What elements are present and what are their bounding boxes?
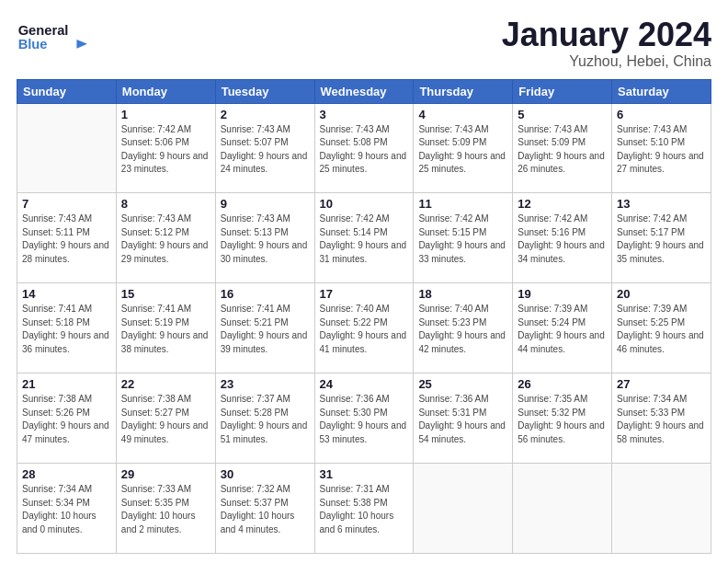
col-monday: Monday <box>116 79 215 103</box>
day-number: 15 <box>121 287 210 301</box>
day-number: 1 <box>121 108 210 121</box>
day-number: 7 <box>22 197 111 211</box>
day-number: 28 <box>22 467 111 481</box>
day-info: Sunrise: 7:37 AM Sunset: 5:28 PM Dayligh… <box>221 393 310 446</box>
calendar-cell-w3-d0: 21Sunrise: 7:38 AM Sunset: 5:26 PM Dayli… <box>17 373 117 464</box>
day-info: Sunrise: 7:43 AM Sunset: 5:08 PM Dayligh… <box>320 123 409 177</box>
day-number: 12 <box>518 197 607 211</box>
calendar-week-3: 21Sunrise: 7:38 AM Sunset: 5:26 PM Dayli… <box>17 373 711 464</box>
calendar-cell-w1-d1: 8Sunrise: 7:43 AM Sunset: 5:12 PM Daylig… <box>116 193 215 283</box>
day-number: 17 <box>320 287 409 301</box>
svg-text:General: General <box>18 23 69 38</box>
col-sunday: Sunday <box>17 79 117 103</box>
calendar-cell-w1-d2: 9Sunrise: 7:43 AM Sunset: 5:13 PM Daylig… <box>215 193 314 283</box>
day-info: Sunrise: 7:43 AM Sunset: 5:10 PM Dayligh… <box>617 123 706 177</box>
day-number: 9 <box>221 197 310 211</box>
page: General Blue January 2024 Yuzhou, Hebei,… <box>0 0 728 563</box>
day-number: 23 <box>221 377 310 391</box>
calendar-cell-w0-d0 <box>17 103 117 193</box>
day-info: Sunrise: 7:31 AM Sunset: 5:38 PM Dayligh… <box>320 483 409 536</box>
calendar-cell-w1-d3: 10Sunrise: 7:42 AM Sunset: 5:14 PM Dayli… <box>314 193 414 283</box>
calendar-cell-w3-d1: 22Sunrise: 7:38 AM Sunset: 5:27 PM Dayli… <box>116 373 215 464</box>
title-block: January 2024 Yuzhou, Hebei, China <box>502 17 711 70</box>
day-info: Sunrise: 7:41 AM Sunset: 5:21 PM Dayligh… <box>221 303 310 356</box>
day-number: 10 <box>320 197 409 211</box>
svg-marker-2 <box>76 40 86 49</box>
calendar-cell-w2-d1: 15Sunrise: 7:41 AM Sunset: 5:19 PM Dayli… <box>116 283 215 373</box>
calendar-cell-w3-d2: 23Sunrise: 7:37 AM Sunset: 5:28 PM Dayli… <box>215 373 314 464</box>
day-info: Sunrise: 7:39 AM Sunset: 5:25 PM Dayligh… <box>617 303 706 356</box>
day-info: Sunrise: 7:39 AM Sunset: 5:24 PM Dayligh… <box>518 303 607 356</box>
calendar-table: Sunday Monday Tuesday Wednesday Thursday… <box>17 79 711 554</box>
day-info: Sunrise: 7:38 AM Sunset: 5:27 PM Dayligh… <box>121 393 210 446</box>
logo: General Blue <box>17 17 99 58</box>
calendar-cell-w1-d5: 12Sunrise: 7:42 AM Sunset: 5:16 PM Dayli… <box>513 193 612 283</box>
calendar-header-row: Sunday Monday Tuesday Wednesday Thursday… <box>17 79 711 103</box>
day-number: 22 <box>121 377 210 391</box>
day-info: Sunrise: 7:43 AM Sunset: 5:09 PM Dayligh… <box>518 123 607 177</box>
col-saturday: Saturday <box>612 79 711 103</box>
day-info: Sunrise: 7:43 AM Sunset: 5:07 PM Dayligh… <box>221 123 310 177</box>
day-number: 18 <box>418 287 507 301</box>
day-info: Sunrise: 7:35 AM Sunset: 5:32 PM Dayligh… <box>518 393 607 446</box>
day-number: 11 <box>418 197 507 211</box>
day-number: 24 <box>320 377 409 391</box>
calendar-cell-w4-d6 <box>612 464 711 554</box>
logo-svg: General Blue <box>17 17 99 58</box>
calendar-cell-w2-d4: 18Sunrise: 7:40 AM Sunset: 5:23 PM Dayli… <box>414 283 513 373</box>
day-number: 6 <box>617 108 706 121</box>
day-number: 3 <box>320 108 409 121</box>
day-number: 29 <box>121 467 210 481</box>
calendar-cell-w0-d2: 2Sunrise: 7:43 AM Sunset: 5:07 PM Daylig… <box>215 103 314 193</box>
day-info: Sunrise: 7:43 AM Sunset: 5:11 PM Dayligh… <box>22 213 111 266</box>
day-number: 31 <box>320 467 409 481</box>
calendar-cell-w4-d5 <box>513 464 612 554</box>
day-info: Sunrise: 7:40 AM Sunset: 5:23 PM Dayligh… <box>418 303 507 356</box>
calendar-cell-w0-d6: 6Sunrise: 7:43 AM Sunset: 5:10 PM Daylig… <box>612 103 711 193</box>
calendar-cell-w2-d0: 14Sunrise: 7:41 AM Sunset: 5:18 PM Dayli… <box>17 283 117 373</box>
calendar-cell-w4-d2: 30Sunrise: 7:32 AM Sunset: 5:37 PM Dayli… <box>215 464 314 554</box>
subtitle: Yuzhou, Hebei, China <box>502 53 711 70</box>
day-info: Sunrise: 7:33 AM Sunset: 5:35 PM Dayligh… <box>121 483 210 536</box>
day-number: 25 <box>418 377 507 391</box>
day-info: Sunrise: 7:38 AM Sunset: 5:26 PM Dayligh… <box>22 393 111 446</box>
calendar-cell-w0-d4: 4Sunrise: 7:43 AM Sunset: 5:09 PM Daylig… <box>414 103 513 193</box>
day-number: 20 <box>617 287 706 301</box>
calendar-cell-w4-d4 <box>414 464 513 554</box>
calendar-cell-w4-d0: 28Sunrise: 7:34 AM Sunset: 5:34 PM Dayli… <box>17 464 117 554</box>
day-number: 27 <box>617 377 706 391</box>
header: General Blue January 2024 Yuzhou, Hebei,… <box>17 17 711 70</box>
day-info: Sunrise: 7:41 AM Sunset: 5:19 PM Dayligh… <box>121 303 210 356</box>
day-number: 16 <box>221 287 310 301</box>
col-wednesday: Wednesday <box>314 79 414 103</box>
calendar-cell-w0-d5: 5Sunrise: 7:43 AM Sunset: 5:09 PM Daylig… <box>513 103 612 193</box>
day-info: Sunrise: 7:40 AM Sunset: 5:22 PM Dayligh… <box>320 303 409 356</box>
col-tuesday: Tuesday <box>215 79 314 103</box>
calendar-week-2: 14Sunrise: 7:41 AM Sunset: 5:18 PM Dayli… <box>17 283 711 373</box>
calendar-cell-w3-d3: 24Sunrise: 7:36 AM Sunset: 5:30 PM Dayli… <box>314 373 414 464</box>
calendar-cell-w2-d2: 16Sunrise: 7:41 AM Sunset: 5:21 PM Dayli… <box>215 283 314 373</box>
month-title: January 2024 <box>502 17 711 53</box>
day-info: Sunrise: 7:41 AM Sunset: 5:18 PM Dayligh… <box>22 303 111 356</box>
day-number: 13 <box>617 197 706 211</box>
calendar-cell-w2-d3: 17Sunrise: 7:40 AM Sunset: 5:22 PM Dayli… <box>314 283 414 373</box>
day-info: Sunrise: 7:36 AM Sunset: 5:30 PM Dayligh… <box>320 393 409 446</box>
svg-text:Blue: Blue <box>18 37 48 52</box>
calendar-cell-w3-d6: 27Sunrise: 7:34 AM Sunset: 5:33 PM Dayli… <box>612 373 711 464</box>
day-info: Sunrise: 7:43 AM Sunset: 5:13 PM Dayligh… <box>221 213 310 266</box>
calendar-cell-w1-d4: 11Sunrise: 7:42 AM Sunset: 5:15 PM Dayli… <box>414 193 513 283</box>
day-number: 19 <box>518 287 607 301</box>
calendar-cell-w0-d3: 3Sunrise: 7:43 AM Sunset: 5:08 PM Daylig… <box>314 103 414 193</box>
calendar-cell-w2-d6: 20Sunrise: 7:39 AM Sunset: 5:25 PM Dayli… <box>612 283 711 373</box>
calendar-cell-w3-d5: 26Sunrise: 7:35 AM Sunset: 5:32 PM Dayli… <box>513 373 612 464</box>
col-friday: Friday <box>513 79 612 103</box>
calendar-cell-w0-d1: 1Sunrise: 7:42 AM Sunset: 5:06 PM Daylig… <box>116 103 215 193</box>
day-info: Sunrise: 7:42 AM Sunset: 5:15 PM Dayligh… <box>418 213 507 266</box>
day-number: 5 <box>518 108 607 121</box>
day-info: Sunrise: 7:42 AM Sunset: 5:14 PM Dayligh… <box>320 213 409 266</box>
day-number: 8 <box>121 197 210 211</box>
day-number: 14 <box>22 287 111 301</box>
calendar-cell-w3-d4: 25Sunrise: 7:36 AM Sunset: 5:31 PM Dayli… <box>414 373 513 464</box>
day-number: 4 <box>418 108 507 121</box>
calendar-week-1: 7Sunrise: 7:43 AM Sunset: 5:11 PM Daylig… <box>17 193 711 283</box>
